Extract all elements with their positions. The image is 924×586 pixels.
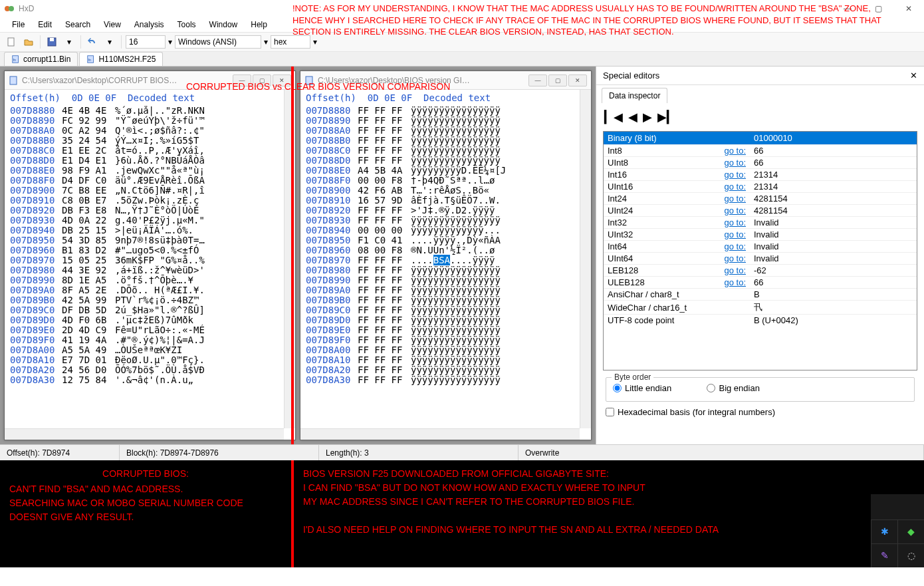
win-maximize[interactable]: ▢ [253, 74, 271, 86]
hex-basis-checkbox[interactable]: Hexadecimal basis (for integral numbers) [606, 407, 915, 417]
goto-link[interactable]: go to: [724, 253, 746, 263]
inspector-value: 21314 [750, 169, 917, 181]
inspector-type: UTF-8 code point [604, 315, 710, 327]
svg-rect-9 [10, 76, 17, 84]
window-title: C:\Users\xazor\Desktop\CORRUPT BIOS… [22, 76, 177, 85]
inspector-value: 4281154 [750, 205, 917, 217]
big-endian-radio[interactable]: Big endian [707, 383, 759, 393]
inspector-type: LEB128 [604, 265, 710, 277]
close-button[interactable]: ✕ [893, 0, 924, 17]
win-maximize[interactable]: ▢ [548, 74, 567, 86]
little-endian-radio[interactable]: Little endian [613, 383, 671, 393]
encoding-combo[interactable] [175, 35, 261, 49]
discord-icon[interactable]: ◌ [897, 543, 924, 567]
hex-window-clear: C:\Users\xazor\Desktop\BIOS version GI… … [300, 71, 592, 440]
goto-link[interactable]: go to: [724, 194, 746, 204]
menu-view[interactable]: View [98, 19, 126, 31]
status-bar: Offset(h): 7D8974 Block(h): 7D8974-7D897… [0, 444, 924, 460]
panel-close-icon[interactable]: ✕ [910, 71, 917, 80]
svg-rect-4 [50, 38, 54, 41]
goto-link[interactable]: go to: [724, 229, 746, 239]
goto-link[interactable]: go to: [724, 158, 746, 168]
menu-edit[interactable]: Edit [33, 19, 57, 31]
inspector-value: -62 [750, 265, 917, 277]
undo-icon[interactable] [85, 35, 100, 49]
hex-rows[interactable]: 007D8880FF FF FF ÿÿÿÿÿÿÿÿÿÿÿÿÿÿÿÿ007D889… [300, 106, 591, 440]
nav-prev-icon[interactable]: ◀ [628, 110, 637, 124]
win-close[interactable]: ✕ [273, 74, 291, 86]
save-icon[interactable] [45, 35, 59, 49]
system-tray: ✱ ◆ ✎ ◌ [871, 494, 924, 567]
inspector-type: Int32 [604, 217, 710, 229]
data-inspector-table[interactable]: Binary (8 bit)01000010Int8go to:66UInt8g… [603, 131, 917, 370]
goto-link[interactable]: go to: [724, 241, 746, 251]
inspector-type: WideChar / char16_t [604, 301, 710, 315]
status-length: Length(h): 3 [319, 445, 519, 460]
menu-analysis[interactable]: Analysis [129, 19, 170, 31]
save-dropdown-icon[interactable]: ▾ [62, 35, 76, 49]
win-minimize[interactable]: — [233, 74, 251, 86]
inspector-value: B (U+0042) [750, 315, 917, 327]
hex-file-icon [304, 75, 315, 86]
toolbar: ▾ ▾ ▾ ▾ ▾ [0, 32, 924, 52]
goto-link[interactable]: go to: [724, 170, 746, 180]
datatype-combo[interactable] [271, 35, 310, 49]
byte-order-legend: Byte order [612, 372, 653, 382]
goto-link[interactable]: go to: [724, 182, 746, 192]
inspector-value: Invalid [750, 241, 917, 253]
annotation-bottom: CORRUPTED BIOS: CAN'T FIND "BSA" AND MAC… [0, 460, 924, 567]
left-annotation-title: CORRUPTED BIOS: [9, 467, 282, 481]
scrollbar-horizontal[interactable] [300, 428, 580, 440]
tab-h110ms2h[interactable]: fn H110MS2H.F25 [79, 52, 163, 66]
inspector-type: UInt32 [604, 229, 710, 241]
bluetooth-icon[interactable]: ✱ [871, 519, 897, 543]
tab-corrupt11[interactable]: fn corrupt11.Bin [4, 52, 78, 66]
inspector-type: UInt64 [604, 253, 710, 265]
nav-next-icon[interactable]: ▶ [643, 110, 652, 124]
scrollbar-vertical[interactable] [580, 90, 591, 428]
goto-link[interactable]: go to: [724, 206, 746, 216]
inspector-value: 21314 [750, 181, 917, 193]
maximize-button[interactable]: ▢ [863, 0, 893, 17]
hex-column-header: Offset(h) 0D 0E 0F Decoded text [300, 90, 591, 106]
inspector-type: UInt8 [604, 157, 710, 169]
win-minimize[interactable]: — [528, 74, 547, 86]
menubar: File Edit Search View Analysis Tools Win… [0, 17, 924, 32]
goto-link[interactable]: go to: [724, 265, 746, 275]
hex-rows[interactable]: 007D88804E 4B 4E %´ø.µå|.."zR.NKN007D889… [5, 106, 295, 440]
inspector-type: Int24 [604, 193, 710, 205]
goto-link[interactable]: go to: [724, 218, 746, 227]
redo-icon[interactable]: ▾ [102, 35, 117, 49]
nav-first-icon[interactable]: ▎◀ [604, 110, 623, 124]
menu-window[interactable]: Window [204, 19, 243, 31]
hex-file-icon: fn [11, 55, 21, 64]
menu-search[interactable]: Search [60, 19, 96, 31]
scrollbar-horizontal[interactable] [5, 428, 284, 440]
brush-icon[interactable]: ✎ [871, 543, 897, 567]
bytes-per-row-input[interactable] [126, 35, 166, 49]
new-file-icon[interactable] [4, 35, 19, 49]
byte-order-group: Byte order Little endian Big endian [606, 377, 915, 402]
minimize-button[interactable]: — [832, 0, 863, 17]
open-file-icon[interactable] [21, 35, 36, 49]
inspector-value: 卂 [750, 301, 917, 315]
inspector-type: Int16 [604, 169, 710, 181]
inspector-value: B [750, 289, 917, 301]
app-title: HxD [19, 4, 34, 13]
goto-link[interactable]: go to: [724, 277, 746, 287]
inspector-type: Int64 [604, 241, 710, 253]
menu-tools[interactable]: Tools [172, 19, 201, 31]
nav-last-icon[interactable]: ▶▎ [657, 110, 676, 124]
annotation-divider [291, 67, 294, 444]
window-title: C:\Users\xazor\Desktop\BIOS version GI… [318, 76, 470, 85]
inspector-type: Int8 [604, 145, 710, 157]
win-close[interactable]: ✕ [568, 74, 587, 86]
shield-icon[interactable]: ◆ [897, 519, 924, 543]
menu-file[interactable]: File [7, 19, 30, 31]
menu-help[interactable]: Help [245, 19, 273, 31]
svg-rect-10 [306, 76, 312, 84]
hex-window-corrupted: C:\Users\xazor\Desktop\CORRUPT BIOS… — ▢… [4, 71, 296, 440]
goto-link[interactable]: go to: [724, 146, 746, 156]
data-inspector-tab[interactable]: Data inspector [602, 88, 667, 103]
svg-point-1 [9, 6, 14, 11]
